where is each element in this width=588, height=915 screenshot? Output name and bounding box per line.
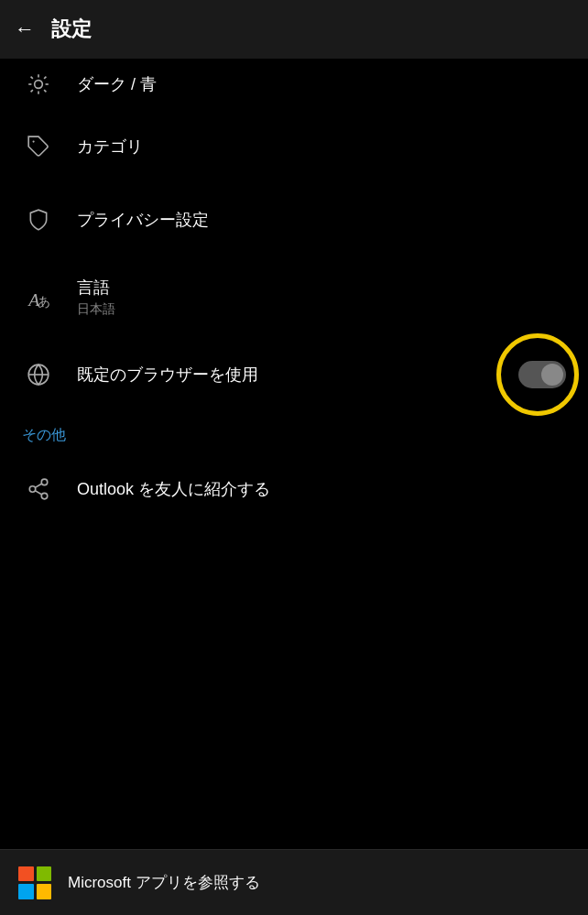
shield-icon xyxy=(22,203,55,236)
svg-line-7 xyxy=(31,90,33,92)
privacy-item[interactable]: プライバシー設定 xyxy=(0,183,588,256)
globe-icon xyxy=(22,358,55,391)
privacy-text: プライバシー設定 xyxy=(77,209,566,231)
category-text: カテゴリ xyxy=(77,136,566,158)
browser-label: 既定のブラウザーを使用 xyxy=(77,364,518,386)
svg-line-5 xyxy=(31,77,33,79)
ms-red-square xyxy=(18,866,34,882)
microsoft-logo xyxy=(18,866,51,899)
bottom-bar-label: Microsoft アプリを参照する xyxy=(68,872,260,893)
svg-line-17 xyxy=(35,491,41,495)
browser-item[interactable]: 既定のブラウザーを使用 xyxy=(0,338,588,411)
browser-toggle-container xyxy=(518,361,566,388)
browser-text: 既定のブラウザーを使用 xyxy=(77,364,518,386)
svg-point-14 xyxy=(41,479,48,485)
svg-text:あ: あ xyxy=(38,293,50,308)
header: ← 設定 xyxy=(0,0,588,59)
browser-toggle[interactable] xyxy=(518,361,566,388)
share-item[interactable]: Outlook を友人に紹介する xyxy=(0,452,588,526)
category-label: カテゴリ xyxy=(77,136,566,158)
tag-icon xyxy=(22,130,55,163)
theme-item[interactable]: ダーク / 青 xyxy=(0,59,588,110)
toggle-knob xyxy=(541,364,563,386)
share-icon xyxy=(22,473,55,506)
ms-green-square xyxy=(37,866,52,882)
svg-point-0 xyxy=(35,81,43,89)
language-item[interactable]: A あ 言語 日本語 xyxy=(0,256,588,338)
share-label: Outlook を友人に紹介する xyxy=(77,478,566,500)
language-text: 言語 日本語 xyxy=(77,277,566,318)
bottom-bar[interactable]: Microsoft アプリを参照する xyxy=(0,849,588,915)
privacy-label: プライバシー設定 xyxy=(77,209,566,231)
share-text: Outlook を友人に紹介する xyxy=(77,478,566,500)
svg-line-18 xyxy=(35,484,41,487)
theme-icon xyxy=(22,68,55,101)
svg-line-6 xyxy=(44,90,46,92)
theme-label: ダーク / 青 xyxy=(77,73,566,95)
ms-blue-square xyxy=(18,884,34,899)
settings-list: カテゴリ プライバシー設定 A あ 言語 日本語 xyxy=(0,110,588,411)
svg-point-16 xyxy=(41,493,48,499)
language-label: 言語 xyxy=(77,277,566,299)
back-button[interactable]: ← xyxy=(15,17,35,41)
section-other-header: その他 xyxy=(0,411,588,452)
language-icon: A あ xyxy=(22,281,55,314)
svg-line-8 xyxy=(44,77,46,79)
ms-yellow-square xyxy=(37,884,52,899)
category-item[interactable]: カテゴリ xyxy=(0,110,588,183)
language-sublabel: 日本語 xyxy=(77,301,566,318)
svg-point-15 xyxy=(29,486,36,493)
theme-text: ダーク / 青 xyxy=(77,73,566,95)
page-title: 設定 xyxy=(51,16,92,43)
